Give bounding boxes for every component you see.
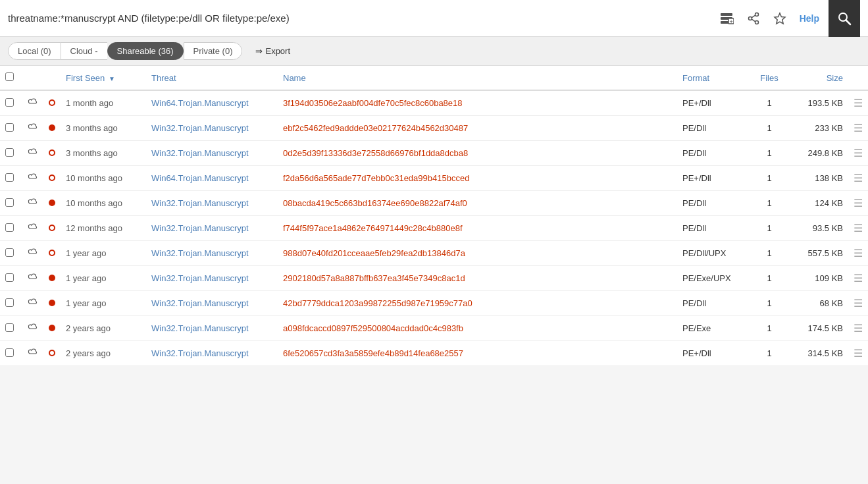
row-threat: Win32.Trojan.Manuscrypt (146, 191, 278, 216)
row-files: 1 (750, 166, 789, 191)
row-menu-button[interactable]: ☰ (848, 241, 868, 266)
row-checkbox[interactable] (5, 198, 14, 207)
row-checkbox[interactable] (5, 173, 14, 182)
row-firstseen: 12 months ago (61, 216, 146, 241)
row-name: 6fe520657cd3fa3a5859efe4b89d14fea68e2557 (278, 341, 677, 366)
row-name-link[interactable]: a098fdcaccd0897f529500804acddad0c4c983fb (283, 323, 463, 333)
row-status-cell (43, 141, 61, 166)
row-name-link[interactable]: 0d2e5d39f13336d3e72558d66976bf1dda8dcba8 (283, 148, 468, 158)
col-header-status-icon (43, 66, 61, 90)
row-menu-button[interactable]: ☰ (848, 291, 868, 316)
row-threat: Win64.Trojan.Manuscrypt (146, 90, 278, 116)
tab-cloud[interactable]: Cloud - (61, 42, 107, 60)
svg-line-8 (752, 15, 755, 18)
row-name-link[interactable]: 2902180d57a8a887bffb637ea3f45e7349c8ac1d (283, 273, 465, 283)
row-name-link[interactable]: 3f194d03506e2aabf004dfe70c5fec8c60ba8e18 (283, 98, 463, 108)
row-menu-button[interactable]: ☰ (848, 166, 868, 191)
row-checkbox[interactable] (5, 223, 14, 232)
col-header-size[interactable]: Size (789, 66, 848, 90)
row-checkbox[interactable] (5, 323, 14, 332)
row-size: 68 KB (789, 291, 848, 316)
layers-icon-button[interactable]: + (715, 9, 738, 28)
row-name-link[interactable]: 42bd7779ddca1203a99872255d987e71959c77a0 (283, 298, 472, 308)
star-icon-button[interactable] (769, 9, 790, 28)
status-dot (49, 350, 55, 356)
help-button[interactable]: Help (796, 11, 823, 26)
row-size: 174.5 KB (789, 316, 848, 341)
cloud-icon (26, 273, 38, 282)
row-threat: Win32.Trojan.Manuscrypt (146, 116, 278, 141)
row-firstseen: 1 year ago (61, 266, 146, 291)
svg-text:+: + (729, 18, 732, 25)
row-menu-button[interactable]: ☰ (848, 216, 868, 241)
col-header-files[interactable]: Files (750, 66, 789, 90)
tab-shareable[interactable]: Shareable (36) (107, 42, 184, 60)
hamburger-icon: ☰ (854, 97, 863, 109)
cloud-icon (26, 248, 38, 257)
row-firstseen: 1 year ago (61, 241, 146, 266)
row-status-cell (43, 316, 61, 341)
row-files: 1 (750, 241, 789, 266)
hamburger-icon: ☰ (854, 248, 863, 259)
col-header-threat[interactable]: Threat (146, 66, 278, 90)
row-menu-button[interactable]: ☰ (848, 266, 868, 291)
row-menu-button[interactable]: ☰ (848, 191, 868, 216)
row-menu-button[interactable]: ☰ (848, 116, 868, 141)
row-firstseen: 3 months ago (61, 141, 146, 166)
row-menu-button[interactable]: ☰ (848, 316, 868, 341)
row-name-link[interactable]: f744f5f97ace1a4862e764971449c28c4b880e8f (283, 223, 463, 233)
row-checkbox[interactable] (5, 148, 14, 157)
row-firstseen: 1 month ago (61, 90, 146, 116)
svg-point-5 (755, 13, 758, 16)
row-status-cell (43, 266, 61, 291)
row-name: f2da56d6a565ade77d7ebb0c31eda99b415bcced (278, 166, 677, 191)
row-status-cell (43, 291, 61, 316)
row-cloud-cell (21, 90, 43, 116)
row-files: 1 (750, 116, 789, 141)
col-header-firstseen[interactable]: First Seen ▼ (61, 66, 146, 90)
row-cloud-cell (21, 141, 43, 166)
table-row: 1 year ago Win32.Trojan.Manuscrypt 42bd7… (0, 291, 868, 316)
row-checkbox[interactable] (5, 348, 14, 357)
row-name-link[interactable]: 988d07e40fd201cceaae5feb29fea2db13846d7a (283, 248, 465, 258)
tab-local[interactable]: Local (0) (8, 42, 61, 60)
cloud-icon (26, 223, 38, 232)
row-checkbox[interactable] (5, 273, 14, 282)
row-menu-button[interactable]: ☰ (848, 141, 868, 166)
row-checkbox-cell (0, 266, 21, 291)
row-menu-button[interactable]: ☰ (848, 90, 868, 116)
row-format: PE+/Dll (677, 341, 750, 366)
table-row: 1 month ago Win64.Trojan.Manuscrypt 3f19… (0, 90, 868, 116)
row-threat: Win64.Trojan.Manuscrypt (146, 166, 278, 191)
row-name-link[interactable]: 6fe520657cd3fa3a5859efe4b89d14fea68e2557 (283, 348, 463, 358)
export-button[interactable]: ⇒ Export (255, 46, 290, 56)
row-checkbox[interactable] (5, 298, 14, 307)
col-threat-label: Threat (151, 73, 176, 83)
col-header-name[interactable]: Name (278, 66, 677, 90)
share-icon-button[interactable] (743, 9, 764, 28)
col-header-format[interactable]: Format (677, 66, 750, 90)
row-checkbox[interactable] (5, 248, 14, 257)
row-size: 193.5 KB (789, 90, 848, 116)
row-checkbox-cell (0, 341, 21, 366)
row-checkbox[interactable] (5, 123, 14, 132)
row-name-link[interactable]: ebf2c5462fed9addde03e02177624b4562d30487 (283, 123, 468, 133)
row-checkbox[interactable] (5, 98, 14, 107)
export-icon: ⇒ (255, 46, 263, 56)
row-name-link[interactable]: 08bacda419c5c663bd16374ee690e8822af74af0 (283, 198, 467, 208)
row-name: 08bacda419c5c663bd16374ee690e8822af74af0 (278, 191, 677, 216)
row-checkbox-cell (0, 241, 21, 266)
row-size: 233 KB (789, 116, 848, 141)
row-menu-button[interactable]: ☰ (848, 341, 868, 366)
search-button[interactable] (829, 0, 860, 37)
tab-private[interactable]: Private (0) (184, 42, 243, 60)
row-name-link[interactable]: f2da56d6a565ade77d7ebb0c31eda99b415bcced (283, 173, 469, 183)
table-row: 2 years ago Win32.Trojan.Manuscrypt a098… (0, 316, 868, 341)
table-row: 3 months ago Win32.Trojan.Manuscrypt ebf… (0, 116, 868, 141)
row-format: PE/Dll (677, 141, 750, 166)
svg-point-6 (755, 20, 758, 24)
select-all-checkbox[interactable] (5, 72, 14, 81)
status-dot (49, 300, 55, 306)
row-format: PE+/Dll (677, 166, 750, 191)
row-size: 557.5 KB (789, 241, 848, 266)
